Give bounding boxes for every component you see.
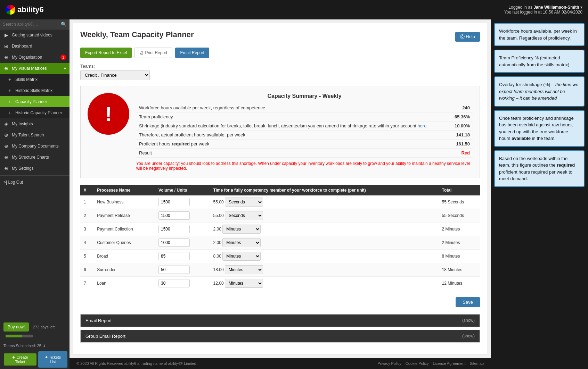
row-process-name: Loan <box>93 277 155 290</box>
table-row: 6 Surrender 18.00 MinutesSeconds 18 Minu… <box>80 263 480 277</box>
col-time: Time for a fully competency member of yo… <box>210 185 439 195</box>
days-left: 273 days left <box>33 325 55 329</box>
row-process-name: New Business <box>93 195 155 209</box>
footer-licence-agreement[interactable]: Licence Agreement <box>433 361 465 366</box>
sidebar-item-label: Historic Skills Matrix <box>15 88 52 93</box>
row-volume[interactable] <box>155 209 210 223</box>
sidebar-item-my-organisation[interactable]: ⊕ My Organisation 1 <box>0 52 70 63</box>
create-ticket-button[interactable]: ✚ Create Ticket <box>4 353 36 366</box>
sidebar-divider <box>0 175 70 176</box>
shrinkage-link[interactable]: here <box>417 123 426 128</box>
sidebar-item-skills-matrix[interactable]: + Skills Matrix <box>0 74 70 85</box>
capacity-row-value: 10.00% <box>450 121 473 131</box>
unit-select[interactable]: SecondsMinutes <box>225 198 263 207</box>
unit-select[interactable]: MinutesSeconds <box>222 238 261 247</box>
capacity-row-label: Result <box>136 149 450 158</box>
row-time: 8.00 MinutesSeconds <box>210 250 439 263</box>
docs-icon: ⊕ <box>3 143 9 149</box>
row-num: 4 <box>80 236 93 250</box>
sidebar-item-historic-capacity-planner[interactable]: + Historic Capacity Planner <box>0 107 70 118</box>
row-volume[interactable] <box>155 277 210 290</box>
volume-input[interactable] <box>158 225 190 233</box>
sidebar-item-my-insights[interactable]: ◈ My Insights <box>0 118 70 129</box>
footer-links: Privacy Policy Cookie Policy Licence Agr… <box>377 361 484 366</box>
volume-input[interactable] <box>158 238 190 247</box>
sidebar-item-label: My Visual Matrices <box>12 66 47 71</box>
row-volume[interactable] <box>155 250 210 263</box>
sidebar-item-label: Skills Matrix <box>15 77 38 82</box>
main-content: Weekly, Team Capacity Planner ⓪ Help Exp… <box>73 23 487 354</box>
tickets-row: ✚ Create Ticket ✈ Tickets List <box>0 350 70 369</box>
export-excel-button[interactable]: Export Report to Excel <box>80 48 132 58</box>
row-num: 6 <box>80 263 93 277</box>
footer-copyright: © 2020 All Rights Reserved ability6 a tr… <box>76 361 196 366</box>
sidebar-item-my-visual-matrices[interactable]: ⊕ My Visual Matrices ▾ <box>0 63 70 74</box>
header-user: Logged in as Jane Williamson-Smith ▾ You… <box>504 5 582 15</box>
sidebar-sub-visual-matrices: + Skills Matrix + Historic Skills Matrix… <box>0 74 70 118</box>
email-report-show: (show) <box>462 318 475 323</box>
volume-input[interactable] <box>158 198 190 206</box>
row-total: 55 Seconds <box>439 209 480 223</box>
unit-select[interactable]: MinutesSeconds <box>222 252 261 261</box>
search-bar[interactable]: 🔍 <box>0 19 70 30</box>
sidebar-item-getting-started[interactable]: ▶ Getting started videos <box>0 30 70 41</box>
footer-privacy-policy[interactable]: Privacy Policy <box>377 361 401 366</box>
sidebar-item-label: My Talent Search <box>12 133 44 137</box>
group-email-report-header[interactable]: Group Email Report (show) <box>81 330 480 342</box>
row-time: 55.00 SecondsMinutes <box>210 195 439 209</box>
col-volume: Volume / Units <box>155 185 210 195</box>
volume-input[interactable] <box>158 266 190 274</box>
col-processes-name: Processes Name <box>93 185 155 195</box>
unit-select[interactable]: MinutesSeconds <box>225 279 263 288</box>
save-button[interactable]: Save <box>456 297 480 307</box>
capacity-row-label: Team proficiency <box>136 112 450 121</box>
capacity-row-label: Therefore, actual proficient hours avail… <box>136 131 450 140</box>
volume-input[interactable] <box>158 279 190 287</box>
main-area: Weekly, Team Capacity Planner ⓪ Help Exp… <box>70 19 491 369</box>
unit-select[interactable]: MinutesSeconds <box>225 265 263 274</box>
sidebar-item-my-talent-search[interactable]: ⊕ My Talent Search <box>0 129 70 141</box>
row-volume[interactable] <box>155 263 210 277</box>
page-title: Weekly, Team Capacity Planner <box>80 30 194 39</box>
sidebar-item-log-out[interactable]: >| Log Out <box>0 177 70 187</box>
row-volume[interactable] <box>155 195 210 209</box>
email-report-button[interactable]: Email Report <box>175 48 209 58</box>
days-progress-bar <box>6 335 33 337</box>
sidebar-item-historic-skills-matrix[interactable]: + Historic Skills Matrix <box>0 85 70 96</box>
teams-select[interactable]: Credit , Finance <box>80 70 150 80</box>
row-total: 2 Minutes <box>439 223 480 236</box>
email-report-header[interactable]: Email Report (show) <box>81 315 480 327</box>
org-badge: 1 <box>60 54 66 60</box>
sidebar-item-my-company-documents[interactable]: ⊕ My Company Documents <box>0 141 70 152</box>
sidebar-item-dashboard[interactable]: ⊞ Dashboard <box>0 41 70 52</box>
row-volume[interactable] <box>155 236 210 250</box>
row-num: 5 <box>80 250 93 263</box>
days-progress-fill <box>6 335 22 337</box>
logo: ability6 <box>6 5 44 15</box>
sidebar-item-my-structure-charts[interactable]: ⊕ My Structure Charts <box>0 152 70 163</box>
group-email-report-label: Group Email Report <box>85 334 125 339</box>
sidebar-item-my-settings[interactable]: ⊕ My Settings <box>0 163 70 174</box>
search-input[interactable] <box>3 22 61 27</box>
unit-select[interactable]: SecondsMinutes <box>225 211 263 220</box>
unit-select[interactable]: MinutesSeconds <box>222 225 261 234</box>
row-volume[interactable] <box>155 223 210 236</box>
capacity-row-1: Workforce hours available per week, rega… <box>136 103 473 112</box>
capacity-row-4: Therefore, actual proficient hours avail… <box>136 131 473 140</box>
row-num: 2 <box>80 209 93 223</box>
buy-now-button[interactable]: Buy now! <box>3 322 29 332</box>
sidebar-item-capacity-planner[interactable]: + Capacity Planner <box>0 96 70 107</box>
footer-cookie-policy[interactable]: Cookie Policy <box>406 361 429 366</box>
table-row: 3 Payment Collection 2.00 MinutesSeconds… <box>80 223 480 236</box>
capacity-row-value-result: Red <box>450 149 473 158</box>
help-button[interactable]: ⓪ Help <box>455 32 480 42</box>
settings-icon: ⊕ <box>3 166 9 171</box>
tickets-list-button[interactable]: ✈ Tickets List <box>38 351 67 368</box>
row-process-name: Surrender <box>93 263 155 277</box>
print-report-button[interactable]: 🖨 Print Report <box>134 48 172 58</box>
row-total: 8 Minutes <box>439 250 480 263</box>
footer-sitemap[interactable]: Sitemap <box>470 361 484 366</box>
capacity-row-6: Result Red <box>136 149 473 158</box>
volume-input[interactable] <box>158 252 190 260</box>
volume-input[interactable] <box>158 211 190 220</box>
